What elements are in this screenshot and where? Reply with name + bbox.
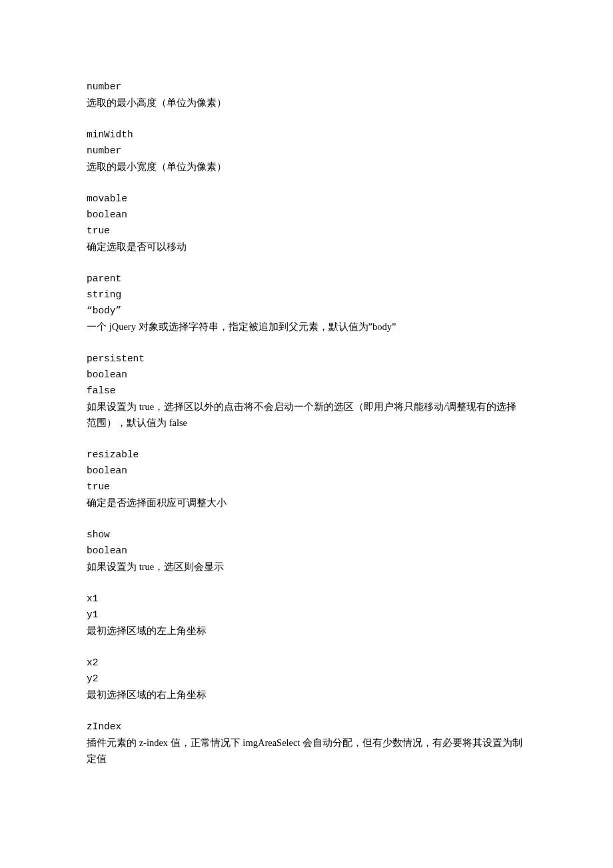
option-type: boolean	[87, 367, 526, 383]
option-description: 插件元素的 z-index 值，正常情况下 imgAreaSelect 会自动分…	[87, 735, 526, 767]
option-default: true	[87, 223, 526, 239]
option-description: 选取的最小高度（单位为像素）	[87, 95, 526, 111]
document-body: number选取的最小高度（单位为像素）minWidthnumber选取的最小宽…	[87, 79, 526, 767]
option-name: show	[87, 527, 526, 543]
option-description: 确定选取是否可以移动	[87, 239, 526, 255]
option-name: movable	[87, 191, 526, 207]
option-description: 最初选择区域的右上角坐标	[87, 687, 526, 703]
option-description: 选取的最小宽度（单位为像素）	[87, 159, 526, 175]
option-entry: resizablebooleantrue确定是否选择面积应可调整大小	[87, 447, 526, 511]
option-entry: parentstring“body”一个 jQuery 对象或选择字符串，指定被…	[87, 271, 526, 335]
option-name: number	[87, 79, 526, 95]
option-entry: x1y1最初选择区域的左上角坐标	[87, 591, 526, 639]
option-description: 一个 jQuery 对象或选择字符串，指定被追加到父元素，默认值为”body”	[87, 319, 526, 335]
option-name: parent	[87, 271, 526, 287]
option-type: boolean	[87, 463, 526, 479]
option-default: true	[87, 479, 526, 495]
option-default: false	[87, 383, 526, 399]
option-type: boolean	[87, 543, 526, 559]
option-default: “body”	[87, 303, 526, 319]
option-description: 如果设置为 true，选择区以外的点击将不会启动一个新的选区（即用户将只能移动/…	[87, 399, 526, 431]
option-description: 确定是否选择面积应可调整大小	[87, 495, 526, 511]
option-entry: movablebooleantrue确定选取是否可以移动	[87, 191, 526, 255]
option-type: string	[87, 287, 526, 303]
option-entry: showboolean如果设置为 true，选区则会显示	[87, 527, 526, 575]
option-description: 如果设置为 true，选区则会显示	[87, 559, 526, 575]
option-name: zIndex	[87, 719, 526, 735]
option-name: x1	[87, 591, 526, 607]
option-entry: persistentbooleanfalse如果设置为 true，选择区以外的点…	[87, 351, 526, 431]
option-name: x2	[87, 655, 526, 671]
option-name: minWidth	[87, 127, 526, 143]
option-type: number	[87, 143, 526, 159]
option-entry: zIndex插件元素的 z-index 值，正常情况下 imgAreaSelec…	[87, 719, 526, 767]
option-entry: minWidthnumber选取的最小宽度（单位为像素）	[87, 127, 526, 175]
option-entry: number选取的最小高度（单位为像素）	[87, 79, 526, 111]
option-entry: x2y2最初选择区域的右上角坐标	[87, 655, 526, 703]
option-description: 最初选择区域的左上角坐标	[87, 623, 526, 639]
option-name: resizable	[87, 447, 526, 463]
option-type: boolean	[87, 207, 526, 223]
option-type: y1	[87, 607, 526, 623]
option-type: y2	[87, 671, 526, 687]
option-name: persistent	[87, 351, 526, 367]
